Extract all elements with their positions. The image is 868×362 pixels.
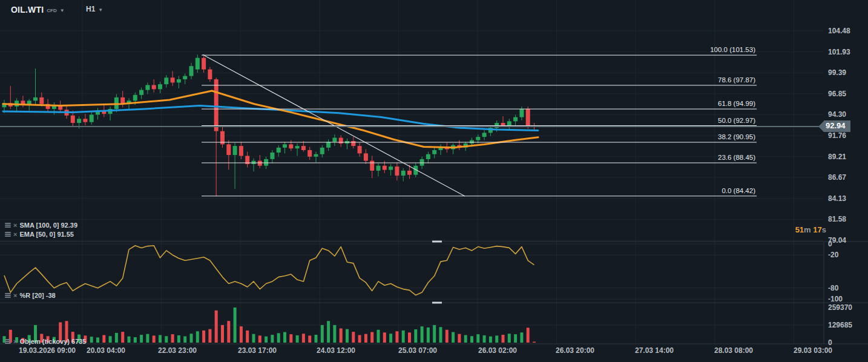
indicator-settings-icon[interactable] (5, 293, 11, 298)
price-axis-label: 89.21 (828, 153, 846, 161)
volume-bar (333, 325, 336, 343)
indicator-settings-icon[interactable] (5, 339, 11, 344)
volume-axis-label: 129685 (828, 321, 852, 329)
ema-legend: × EMA [50, 0] 91.55 (5, 231, 74, 238)
fib-label: 0.0 (84.42) (722, 187, 755, 194)
volume-bar (489, 337, 492, 343)
indicator-settings-icon[interactable] (5, 223, 11, 228)
candle-up (252, 161, 256, 164)
indicator-settings-icon[interactable] (5, 232, 11, 237)
wpr-axis-label: 0 (828, 240, 832, 248)
price-axis-label: 96.85 (828, 90, 846, 98)
volume-bar (115, 333, 118, 343)
candle-down (226, 144, 231, 155)
volume-bar (183, 336, 186, 343)
volume-bar (227, 321, 230, 343)
candle-down (339, 138, 343, 144)
volume-bar (458, 334, 461, 343)
candle-down (289, 144, 293, 148)
volume-bar (470, 336, 473, 343)
volume-bar (171, 334, 174, 343)
timeframe-selector[interactable]: H1 ▼ (86, 5, 103, 13)
candle-up (320, 148, 324, 154)
candle-down (171, 77, 175, 82)
indicator-close-icon[interactable]: × (13, 292, 17, 298)
current-price-tag: 92.94 (818, 120, 850, 132)
volume-bar (389, 334, 392, 343)
candle-up (196, 58, 200, 70)
volume-bar (502, 335, 505, 343)
williams-r-legend: × %R [20] -38 (5, 292, 56, 299)
fib-label: 50.0 (92.97) (718, 117, 755, 124)
instrument-type-badge: CFD (47, 8, 56, 13)
indicator-close-icon[interactable]: × (13, 338, 17, 344)
volume-bar (153, 335, 156, 343)
volume-bar (327, 321, 330, 343)
timer-seconds-unit: s (822, 225, 826, 234)
candle-down (239, 146, 243, 156)
candle-up (139, 90, 143, 95)
volume-bar (128, 337, 131, 343)
volume-bar (196, 331, 199, 343)
volume-legend-label: Objem (tickovy) 6735 (19, 338, 86, 345)
price-axis-label: 86.67 (828, 173, 846, 182)
candle-up (332, 138, 337, 142)
candle-up (476, 137, 480, 140)
volume-bar (190, 334, 193, 343)
candle-up (145, 85, 150, 90)
candle-up (513, 117, 518, 122)
volume-bar (421, 326, 424, 343)
candle-up (164, 77, 168, 84)
fib-label: 23.6 (88.45) (718, 154, 755, 161)
candle-up (314, 154, 318, 157)
volume-bar (134, 337, 137, 343)
volume-bar (109, 336, 112, 343)
volume-bar (202, 331, 205, 343)
timer-minutes: 51 (795, 225, 804, 234)
candle-up (183, 76, 187, 79)
volume-bar (221, 325, 224, 343)
candle-up (133, 95, 137, 101)
timer-minutes-unit: m (804, 225, 811, 234)
candle-up (177, 79, 181, 82)
candle-up (114, 97, 119, 109)
time-axis-label: 26.03 02:00 (478, 346, 517, 355)
fib-label: 61.8 (94.99) (718, 100, 755, 107)
volume-bar (527, 327, 530, 343)
volume-bar (289, 334, 292, 343)
ema-legend-label: EMA [50, 0] 91.55 (19, 231, 73, 238)
volume-bar (308, 335, 311, 343)
indicator-close-icon[interactable]: × (13, 222, 17, 228)
time-axis-label: 28.03 08:00 (714, 346, 753, 355)
volume-bar (364, 334, 367, 343)
candle-down (152, 85, 156, 89)
volume-bar (483, 335, 486, 343)
candle-down (71, 116, 75, 123)
candle-down (370, 161, 374, 171)
symbol-selector[interactable]: OIL.WTI CFD ▼ (11, 5, 65, 15)
time-axis-label: 23.03 17:00 (238, 346, 277, 355)
volume-bar (165, 336, 168, 343)
candle-down (351, 141, 355, 146)
volume-bar (208, 329, 211, 343)
indicator-close-icon[interactable]: × (13, 231, 17, 237)
fib-label: 78.6 (97.87) (718, 76, 755, 84)
time-axis-label: 20.03 04:00 (87, 346, 125, 355)
time-axis-label: 26.03 20:00 (556, 346, 594, 355)
volume-bar (340, 329, 343, 343)
volume-axis-label: 0 (828, 338, 832, 347)
candle-up (482, 133, 487, 137)
volume-bar (296, 335, 299, 343)
chevron-down-icon: ▼ (98, 7, 103, 13)
candlestick-chart[interactable]: 100.0 (101.53)78.6 (97.87)61.8 (94.99)50… (0, 0, 868, 362)
time-axis-label: 25.03 07:00 (398, 346, 437, 355)
volume-bar (439, 327, 442, 343)
symbol-name: OIL.WTI (11, 5, 44, 15)
time-axis-label: 27.03 14:00 (635, 346, 674, 355)
candle-up (389, 166, 393, 169)
volume-bar (321, 325, 324, 343)
time-axis-label: 22.03 23:00 (158, 346, 197, 355)
candle-down (395, 166, 399, 176)
candle-down (383, 166, 387, 170)
time-axis-label: 29.03 03:00 (794, 346, 832, 355)
